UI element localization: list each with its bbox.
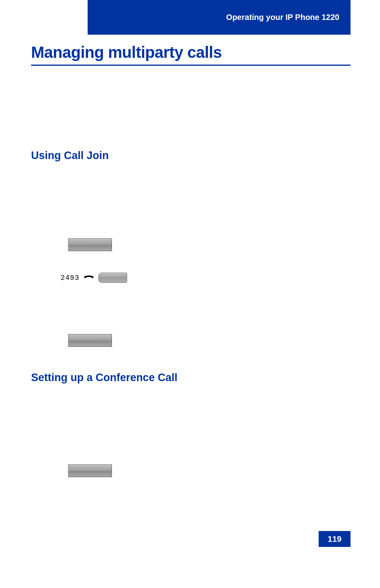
soft-key-button <box>68 238 112 251</box>
page-number: 119 <box>327 534 341 544</box>
page-title: Managing multiparty calls <box>31 43 351 61</box>
soft-key-button <box>68 464 112 477</box>
page-header-bar: Operating your IP Phone 1220 <box>88 0 351 35</box>
soft-key-button <box>68 334 112 347</box>
section-heading-conference-call: Setting up a Conference Call <box>31 372 178 384</box>
breadcrumb: Operating your IP Phone 1220 <box>226 13 339 22</box>
line-key-row: 2493 <box>61 273 127 283</box>
main-heading-container: Managing multiparty calls <box>31 43 351 66</box>
page-number-badge: 119 <box>319 531 351 547</box>
section-heading-call-join: Using Call Join <box>31 149 109 162</box>
phone-handset-icon <box>83 274 94 282</box>
line-number-label: 2493 <box>61 274 79 282</box>
line-key-button <box>98 273 127 283</box>
